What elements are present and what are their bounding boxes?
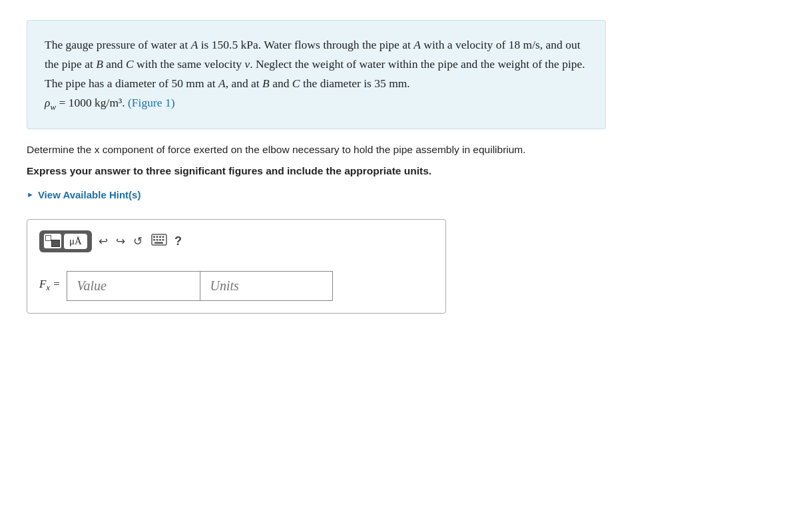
answer-container: μÅ ↩ ↪ ↺ ? Fx = <box>27 219 446 314</box>
redo-button[interactable]: ↪ <box>115 236 127 247</box>
var-A1: A <box>191 38 198 51</box>
keyboard-icon <box>151 234 167 246</box>
var-C1: C <box>126 57 134 71</box>
var-B1: B <box>96 57 103 71</box>
problem-text: The gauge pressure of water at A is 150.… <box>45 35 588 114</box>
problem-box: The gauge pressure of water at A is 150.… <box>27 20 606 129</box>
var-C2: C <box>292 77 300 90</box>
keyboard-button[interactable] <box>149 234 169 249</box>
undo-button[interactable]: ↩ <box>97 236 109 247</box>
template-icon[interactable] <box>44 234 61 248</box>
help-button[interactable]: ? <box>174 234 182 248</box>
var-B2: B <box>262 77 270 90</box>
svg-rect-6 <box>156 239 158 241</box>
rho-line: ρw = 1000 kg/m³. (Figure 1) <box>45 96 175 109</box>
small-rect-icon <box>51 240 60 247</box>
toolbar-template-group[interactable]: μÅ <box>39 230 92 252</box>
var-A2: A <box>413 38 421 51</box>
mu-button[interactable]: μÅ <box>64 234 87 249</box>
fx-label: Fx = <box>39 278 60 293</box>
hint-link[interactable]: ► View Available Hint(s) <box>27 189 772 200</box>
svg-rect-9 <box>154 242 163 244</box>
hint-arrow-icon: ► <box>27 190 34 198</box>
figure-link[interactable]: (Figure 1) <box>128 96 174 109</box>
small-square-icon <box>45 235 51 241</box>
svg-rect-3 <box>159 236 161 238</box>
input-row: Fx = <box>39 271 433 301</box>
question-line: Determine the x component of force exert… <box>27 144 672 156</box>
svg-rect-5 <box>153 239 155 241</box>
var-A3: A <box>218 77 226 90</box>
units-input[interactable] <box>200 271 333 301</box>
svg-rect-7 <box>159 239 161 241</box>
svg-rect-2 <box>156 236 158 238</box>
refresh-button[interactable]: ↺ <box>132 236 144 247</box>
svg-rect-1 <box>153 236 155 238</box>
value-input[interactable] <box>67 271 200 301</box>
var-v: v <box>244 57 250 71</box>
instruction-line: Express your answer to three significant… <box>27 165 772 177</box>
toolbar: μÅ ↩ ↪ ↺ ? <box>39 230 433 259</box>
hint-label: View Available Hint(s) <box>38 189 141 200</box>
svg-rect-4 <box>162 236 164 238</box>
problem-intro: The gauge pressure of water at A is 150.… <box>45 38 585 90</box>
svg-rect-8 <box>162 239 164 241</box>
